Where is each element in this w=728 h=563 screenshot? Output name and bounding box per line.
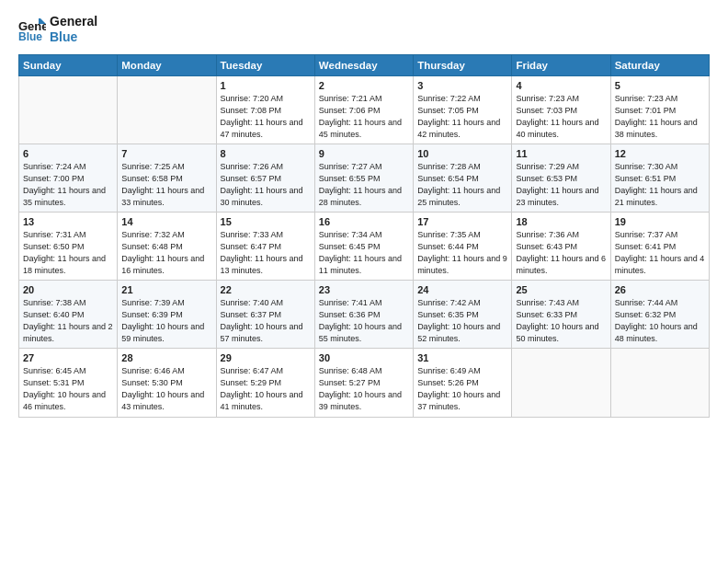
day-info: Sunrise: 7:41 AM Sunset: 6:36 PM Dayligh… [319,297,409,345]
calendar-cell [610,349,709,417]
day-number: 1 [221,80,311,91]
day-number: 12 [615,148,705,159]
day-number: 22 [221,284,311,295]
day-number: 17 [417,216,507,227]
calendar-cell: 18Sunrise: 7:36 AM Sunset: 6:43 PM Dayli… [512,212,610,280]
calendar-cell: 3Sunrise: 7:22 AM Sunset: 7:05 PM Daylig… [414,75,512,144]
calendar-table: SundayMondayTuesdayWednesdayThursdayFrid… [18,54,710,418]
day-info: Sunrise: 7:36 AM Sunset: 6:43 PM Dayligh… [516,229,606,277]
day-info: Sunrise: 7:34 AM Sunset: 6:45 PM Dayligh… [319,229,409,277]
calendar-cell: 22Sunrise: 7:40 AM Sunset: 6:37 PM Dayli… [216,281,314,349]
day-number: 28 [121,352,211,363]
calendar-cell: 29Sunrise: 6:47 AM Sunset: 5:29 PM Dayli… [216,349,314,417]
calendar-cell: 10Sunrise: 7:28 AM Sunset: 6:54 PM Dayli… [414,144,512,212]
day-info: Sunrise: 6:47 AM Sunset: 5:29 PM Dayligh… [221,365,311,413]
day-info: Sunrise: 7:28 AM Sunset: 6:54 PM Dayligh… [417,161,507,209]
day-number: 16 [319,216,409,227]
day-info: Sunrise: 7:21 AM Sunset: 7:06 PM Dayligh… [319,93,409,141]
logo-icon: General Blue [18,18,46,40]
day-info: Sunrise: 7:27 AM Sunset: 6:55 PM Dayligh… [319,161,409,209]
day-number: 2 [319,80,409,91]
day-number: 21 [121,284,211,295]
day-info: Sunrise: 7:26 AM Sunset: 6:57 PM Dayligh… [221,161,311,209]
calendar-cell: 17Sunrise: 7:35 AM Sunset: 6:44 PM Dayli… [414,212,512,280]
day-number: 9 [319,148,409,159]
day-number: 18 [516,216,606,227]
day-number: 7 [121,148,211,159]
day-info: Sunrise: 6:49 AM Sunset: 5:26 PM Dayligh… [417,365,507,413]
day-info: Sunrise: 7:25 AM Sunset: 6:58 PM Dayligh… [121,161,211,209]
calendar-cell: 2Sunrise: 7:21 AM Sunset: 7:06 PM Daylig… [314,75,413,144]
day-info: Sunrise: 7:44 AM Sunset: 6:32 PM Dayligh… [615,297,705,345]
day-info: Sunrise: 7:23 AM Sunset: 7:01 PM Dayligh… [615,93,705,141]
calendar-cell: 12Sunrise: 7:30 AM Sunset: 6:51 PM Dayli… [610,144,709,212]
day-number: 8 [221,148,311,159]
day-info: Sunrise: 7:33 AM Sunset: 6:47 PM Dayligh… [221,229,311,277]
calendar-cell: 7Sunrise: 7:25 AM Sunset: 6:58 PM Daylig… [118,144,216,212]
col-header-saturday: Saturday [610,54,709,75]
day-number: 23 [319,284,409,295]
day-number: 3 [417,80,507,91]
day-number: 19 [615,216,705,227]
calendar-cell: 8Sunrise: 7:26 AM Sunset: 6:57 PM Daylig… [216,144,314,212]
day-info: Sunrise: 7:38 AM Sunset: 6:40 PM Dayligh… [23,297,113,345]
day-number: 4 [516,80,606,91]
col-header-thursday: Thursday [414,54,512,75]
calendar-cell: 15Sunrise: 7:33 AM Sunset: 6:47 PM Dayli… [216,212,314,280]
day-info: Sunrise: 7:32 AM Sunset: 6:48 PM Dayligh… [121,229,211,277]
logo: General Blue General Blue [18,14,97,45]
day-info: Sunrise: 6:48 AM Sunset: 5:27 PM Dayligh… [319,365,409,413]
calendar-cell: 5Sunrise: 7:23 AM Sunset: 7:01 PM Daylig… [610,75,709,144]
day-number: 14 [121,216,211,227]
calendar-cell: 27Sunrise: 6:45 AM Sunset: 5:31 PM Dayli… [19,349,118,417]
day-number: 29 [221,352,311,363]
calendar-cell [118,75,216,144]
day-number: 13 [23,216,113,227]
col-header-tuesday: Tuesday [216,54,314,75]
day-info: Sunrise: 7:43 AM Sunset: 6:33 PM Dayligh… [516,297,606,345]
calendar-page: General Blue General Blue SundayMondayTu… [0,0,728,563]
calendar-cell: 6Sunrise: 7:24 AM Sunset: 7:00 PM Daylig… [19,144,118,212]
day-number: 20 [23,284,113,295]
col-header-friday: Friday [512,54,610,75]
day-info: Sunrise: 7:31 AM Sunset: 6:50 PM Dayligh… [23,229,113,277]
calendar-header: General Blue General Blue [18,14,710,45]
col-header-wednesday: Wednesday [314,54,413,75]
calendar-cell: 9Sunrise: 7:27 AM Sunset: 6:55 PM Daylig… [314,144,413,212]
calendar-week-4: 20Sunrise: 7:38 AM Sunset: 6:40 PM Dayli… [19,281,710,349]
day-info: Sunrise: 6:45 AM Sunset: 5:31 PM Dayligh… [23,365,113,413]
calendar-cell: 19Sunrise: 7:37 AM Sunset: 6:41 PM Dayli… [610,212,709,280]
day-info: Sunrise: 7:24 AM Sunset: 7:00 PM Dayligh… [23,161,113,209]
calendar-cell: 28Sunrise: 6:46 AM Sunset: 5:30 PM Dayli… [118,349,216,417]
calendar-cell: 23Sunrise: 7:41 AM Sunset: 6:36 PM Dayli… [314,281,413,349]
calendar-cell: 14Sunrise: 7:32 AM Sunset: 6:48 PM Dayli… [118,212,216,280]
calendar-cell: 20Sunrise: 7:38 AM Sunset: 6:40 PM Dayli… [19,281,118,349]
calendar-cell [512,349,610,417]
day-info: Sunrise: 7:20 AM Sunset: 7:08 PM Dayligh… [221,93,311,141]
day-number: 25 [516,284,606,295]
calendar-cell: 26Sunrise: 7:44 AM Sunset: 6:32 PM Dayli… [610,281,709,349]
day-info: Sunrise: 7:37 AM Sunset: 6:41 PM Dayligh… [615,229,705,277]
day-info: Sunrise: 7:42 AM Sunset: 6:35 PM Dayligh… [417,297,507,345]
calendar-week-1: 1Sunrise: 7:20 AM Sunset: 7:08 PM Daylig… [19,75,710,144]
calendar-cell: 16Sunrise: 7:34 AM Sunset: 6:45 PM Dayli… [314,212,413,280]
calendar-cell [19,75,118,144]
calendar-week-5: 27Sunrise: 6:45 AM Sunset: 5:31 PM Dayli… [19,349,710,417]
day-number: 27 [23,352,113,363]
day-info: Sunrise: 6:46 AM Sunset: 5:30 PM Dayligh… [121,365,211,413]
day-number: 31 [417,352,507,363]
calendar-cell: 21Sunrise: 7:39 AM Sunset: 6:39 PM Dayli… [118,281,216,349]
col-header-monday: Monday [118,54,216,75]
calendar-cell: 30Sunrise: 6:48 AM Sunset: 5:27 PM Dayli… [314,349,413,417]
calendar-week-2: 6Sunrise: 7:24 AM Sunset: 7:00 PM Daylig… [19,144,710,212]
day-info: Sunrise: 7:29 AM Sunset: 6:53 PM Dayligh… [516,161,606,209]
logo-blue: Blue [50,29,97,45]
svg-text:Blue: Blue [18,30,42,40]
day-number: 15 [221,216,311,227]
calendar-cell: 31Sunrise: 6:49 AM Sunset: 5:26 PM Dayli… [414,349,512,417]
day-info: Sunrise: 7:39 AM Sunset: 6:39 PM Dayligh… [121,297,211,345]
day-info: Sunrise: 7:40 AM Sunset: 6:37 PM Dayligh… [221,297,311,345]
day-number: 11 [516,148,606,159]
calendar-cell: 11Sunrise: 7:29 AM Sunset: 6:53 PM Dayli… [512,144,610,212]
day-number: 5 [615,80,705,91]
